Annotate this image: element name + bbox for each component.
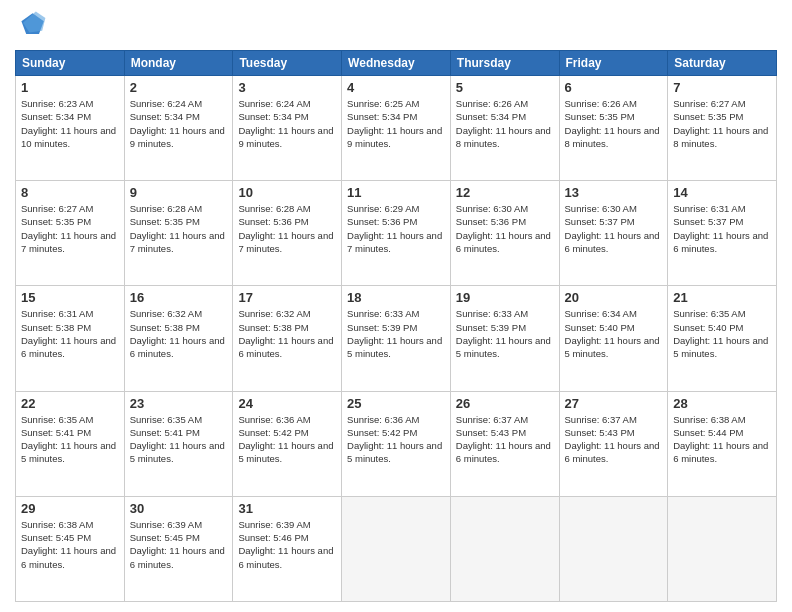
calendar-cell: 17Sunrise: 6:32 AM Sunset: 5:38 PM Dayli…	[233, 286, 342, 391]
day-number: 15	[21, 290, 119, 305]
calendar-cell: 29Sunrise: 6:38 AM Sunset: 5:45 PM Dayli…	[16, 496, 125, 601]
day-info: Sunrise: 6:39 AM Sunset: 5:46 PM Dayligh…	[238, 518, 336, 571]
day-info: Sunrise: 6:32 AM Sunset: 5:38 PM Dayligh…	[238, 307, 336, 360]
day-number: 17	[238, 290, 336, 305]
day-info: Sunrise: 6:23 AM Sunset: 5:34 PM Dayligh…	[21, 97, 119, 150]
day-number: 22	[21, 396, 119, 411]
day-number: 28	[673, 396, 771, 411]
day-number: 20	[565, 290, 663, 305]
calendar-cell: 25Sunrise: 6:36 AM Sunset: 5:42 PM Dayli…	[342, 391, 451, 496]
calendar-cell: 8Sunrise: 6:27 AM Sunset: 5:35 PM Daylig…	[16, 181, 125, 286]
day-number: 12	[456, 185, 554, 200]
day-info: Sunrise: 6:35 AM Sunset: 5:41 PM Dayligh…	[21, 413, 119, 466]
day-number: 4	[347, 80, 445, 95]
day-info: Sunrise: 6:39 AM Sunset: 5:45 PM Dayligh…	[130, 518, 228, 571]
day-number: 27	[565, 396, 663, 411]
day-number: 24	[238, 396, 336, 411]
day-info: Sunrise: 6:33 AM Sunset: 5:39 PM Dayligh…	[456, 307, 554, 360]
logo	[15, 10, 51, 42]
day-number: 5	[456, 80, 554, 95]
week-row-5: 29Sunrise: 6:38 AM Sunset: 5:45 PM Dayli…	[16, 496, 777, 601]
day-info: Sunrise: 6:31 AM Sunset: 5:38 PM Dayligh…	[21, 307, 119, 360]
day-number: 3	[238, 80, 336, 95]
calendar-cell: 28Sunrise: 6:38 AM Sunset: 5:44 PM Dayli…	[668, 391, 777, 496]
day-number: 6	[565, 80, 663, 95]
day-info: Sunrise: 6:25 AM Sunset: 5:34 PM Dayligh…	[347, 97, 445, 150]
day-number: 2	[130, 80, 228, 95]
calendar-header: SundayMondayTuesdayWednesdayThursdayFrid…	[16, 51, 777, 76]
calendar-cell: 6Sunrise: 6:26 AM Sunset: 5:35 PM Daylig…	[559, 76, 668, 181]
calendar-cell: 1Sunrise: 6:23 AM Sunset: 5:34 PM Daylig…	[16, 76, 125, 181]
col-header-friday: Friday	[559, 51, 668, 76]
calendar-cell: 9Sunrise: 6:28 AM Sunset: 5:35 PM Daylig…	[124, 181, 233, 286]
day-info: Sunrise: 6:35 AM Sunset: 5:41 PM Dayligh…	[130, 413, 228, 466]
week-row-1: 1Sunrise: 6:23 AM Sunset: 5:34 PM Daylig…	[16, 76, 777, 181]
calendar-cell: 26Sunrise: 6:37 AM Sunset: 5:43 PM Dayli…	[450, 391, 559, 496]
calendar-cell: 14Sunrise: 6:31 AM Sunset: 5:37 PM Dayli…	[668, 181, 777, 286]
col-header-wednesday: Wednesday	[342, 51, 451, 76]
col-header-saturday: Saturday	[668, 51, 777, 76]
calendar-cell: 20Sunrise: 6:34 AM Sunset: 5:40 PM Dayli…	[559, 286, 668, 391]
day-number: 18	[347, 290, 445, 305]
calendar-cell: 30Sunrise: 6:39 AM Sunset: 5:45 PM Dayli…	[124, 496, 233, 601]
day-number: 14	[673, 185, 771, 200]
day-number: 7	[673, 80, 771, 95]
day-info: Sunrise: 6:27 AM Sunset: 5:35 PM Dayligh…	[673, 97, 771, 150]
day-number: 11	[347, 185, 445, 200]
day-number: 16	[130, 290, 228, 305]
calendar-cell	[342, 496, 451, 601]
calendar-cell: 18Sunrise: 6:33 AM Sunset: 5:39 PM Dayli…	[342, 286, 451, 391]
calendar-cell: 22Sunrise: 6:35 AM Sunset: 5:41 PM Dayli…	[16, 391, 125, 496]
day-info: Sunrise: 6:26 AM Sunset: 5:35 PM Dayligh…	[565, 97, 663, 150]
day-info: Sunrise: 6:37 AM Sunset: 5:43 PM Dayligh…	[456, 413, 554, 466]
day-info: Sunrise: 6:32 AM Sunset: 5:38 PM Dayligh…	[130, 307, 228, 360]
day-info: Sunrise: 6:26 AM Sunset: 5:34 PM Dayligh…	[456, 97, 554, 150]
calendar-cell	[559, 496, 668, 601]
day-info: Sunrise: 6:36 AM Sunset: 5:42 PM Dayligh…	[238, 413, 336, 466]
day-info: Sunrise: 6:37 AM Sunset: 5:43 PM Dayligh…	[565, 413, 663, 466]
day-number: 19	[456, 290, 554, 305]
day-number: 23	[130, 396, 228, 411]
calendar-table: SundayMondayTuesdayWednesdayThursdayFrid…	[15, 50, 777, 602]
col-header-monday: Monday	[124, 51, 233, 76]
day-number: 13	[565, 185, 663, 200]
calendar-cell: 16Sunrise: 6:32 AM Sunset: 5:38 PM Dayli…	[124, 286, 233, 391]
day-number: 9	[130, 185, 228, 200]
calendar-cell: 2Sunrise: 6:24 AM Sunset: 5:34 PM Daylig…	[124, 76, 233, 181]
day-info: Sunrise: 6:27 AM Sunset: 5:35 PM Dayligh…	[21, 202, 119, 255]
calendar-cell	[450, 496, 559, 601]
calendar-cell: 5Sunrise: 6:26 AM Sunset: 5:34 PM Daylig…	[450, 76, 559, 181]
day-info: Sunrise: 6:30 AM Sunset: 5:36 PM Dayligh…	[456, 202, 554, 255]
day-info: Sunrise: 6:38 AM Sunset: 5:44 PM Dayligh…	[673, 413, 771, 466]
calendar-cell: 31Sunrise: 6:39 AM Sunset: 5:46 PM Dayli…	[233, 496, 342, 601]
day-info: Sunrise: 6:24 AM Sunset: 5:34 PM Dayligh…	[238, 97, 336, 150]
calendar-cell: 23Sunrise: 6:35 AM Sunset: 5:41 PM Dayli…	[124, 391, 233, 496]
week-row-2: 8Sunrise: 6:27 AM Sunset: 5:35 PM Daylig…	[16, 181, 777, 286]
day-info: Sunrise: 6:31 AM Sunset: 5:37 PM Dayligh…	[673, 202, 771, 255]
calendar-cell: 4Sunrise: 6:25 AM Sunset: 5:34 PM Daylig…	[342, 76, 451, 181]
col-header-tuesday: Tuesday	[233, 51, 342, 76]
day-number: 21	[673, 290, 771, 305]
calendar-cell: 12Sunrise: 6:30 AM Sunset: 5:36 PM Dayli…	[450, 181, 559, 286]
calendar-cell: 13Sunrise: 6:30 AM Sunset: 5:37 PM Dayli…	[559, 181, 668, 286]
day-number: 31	[238, 501, 336, 516]
day-number: 29	[21, 501, 119, 516]
day-info: Sunrise: 6:33 AM Sunset: 5:39 PM Dayligh…	[347, 307, 445, 360]
header-row: SundayMondayTuesdayWednesdayThursdayFrid…	[16, 51, 777, 76]
day-info: Sunrise: 6:28 AM Sunset: 5:36 PM Dayligh…	[238, 202, 336, 255]
day-number: 30	[130, 501, 228, 516]
day-number: 8	[21, 185, 119, 200]
page: SundayMondayTuesdayWednesdayThursdayFrid…	[0, 0, 792, 612]
logo-icon	[15, 10, 47, 42]
calendar-cell: 21Sunrise: 6:35 AM Sunset: 5:40 PM Dayli…	[668, 286, 777, 391]
week-row-3: 15Sunrise: 6:31 AM Sunset: 5:38 PM Dayli…	[16, 286, 777, 391]
day-number: 1	[21, 80, 119, 95]
day-info: Sunrise: 6:28 AM Sunset: 5:35 PM Dayligh…	[130, 202, 228, 255]
col-header-sunday: Sunday	[16, 51, 125, 76]
calendar-cell: 11Sunrise: 6:29 AM Sunset: 5:36 PM Dayli…	[342, 181, 451, 286]
calendar-cell: 19Sunrise: 6:33 AM Sunset: 5:39 PM Dayli…	[450, 286, 559, 391]
calendar-cell: 24Sunrise: 6:36 AM Sunset: 5:42 PM Dayli…	[233, 391, 342, 496]
day-info: Sunrise: 6:30 AM Sunset: 5:37 PM Dayligh…	[565, 202, 663, 255]
day-info: Sunrise: 6:35 AM Sunset: 5:40 PM Dayligh…	[673, 307, 771, 360]
col-header-thursday: Thursday	[450, 51, 559, 76]
